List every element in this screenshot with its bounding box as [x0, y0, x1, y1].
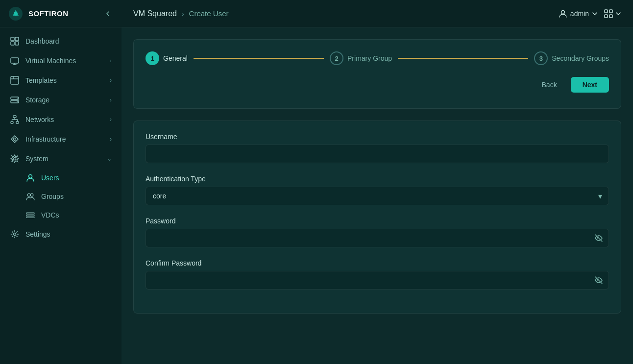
- templates-icon: [10, 75, 20, 85]
- svg-point-11: [17, 101, 18, 102]
- auth-type-label: Authentication Type: [146, 175, 609, 183]
- svg-rect-6: [11, 58, 19, 63]
- username-input[interactable]: [146, 145, 609, 163]
- sidebar-nav: Dashboard Virtual Machines ›: [0, 27, 122, 364]
- confirm-password-label: Confirm Password: [146, 259, 609, 267]
- networks-icon: [10, 115, 20, 124]
- logo-icon: [8, 6, 24, 22]
- logo-area: SOFTIRON: [0, 0, 122, 27]
- main-content: VM Squared › Create User admin: [122, 0, 633, 364]
- stepper: 1 General 2 Primary Group 3 Secondary: [146, 51, 609, 65]
- dashboard-icon: [10, 36, 20, 46]
- step-3-circle: 3: [534, 51, 548, 65]
- confirm-eye-slash-icon: [594, 276, 603, 285]
- sidebar-item-storage[interactable]: Storage ›: [0, 90, 122, 110]
- next-button[interactable]: Next: [571, 77, 609, 93]
- vm-chevron-icon: ›: [110, 57, 112, 64]
- sidebar-item-vdcs[interactable]: VDCs: [0, 206, 122, 224]
- sidebar-item-groups[interactable]: Groups: [0, 187, 122, 206]
- svg-rect-20: [26, 213, 34, 214]
- step-1-label: General: [163, 54, 188, 62]
- infrastructure-icon: [10, 134, 20, 144]
- auth-type-select-wrapper: core public ssh x509 ▾: [146, 187, 609, 205]
- svg-point-19: [30, 194, 33, 196]
- svg-rect-5: [15, 42, 19, 45]
- vdcs-icon: [25, 210, 35, 220]
- topbar: VM Squared › Create User admin: [122, 0, 633, 27]
- networks-chevron-icon: ›: [110, 116, 112, 123]
- settings-icon: [10, 229, 20, 239]
- collapse-sidebar-button[interactable]: [102, 8, 114, 20]
- sidebar-item-vdcs-label: VDCs: [41, 211, 59, 219]
- storage-icon: [10, 95, 20, 105]
- password-group: Password: [146, 217, 609, 247]
- step-2-circle: 2: [330, 51, 343, 65]
- step-line-2-3: [398, 58, 528, 59]
- auth-type-group: Authentication Type core public ssh x509…: [146, 175, 609, 205]
- breadcrumb-separator: ›: [182, 10, 184, 18]
- svg-rect-26: [609, 10, 612, 13]
- sidebar-item-dashboard[interactable]: Dashboard: [0, 31, 122, 51]
- username-label: Username: [146, 133, 609, 141]
- sidebar-item-virtual-machines[interactable]: Virtual Machines ›: [0, 51, 122, 71]
- auth-type-select[interactable]: core public ssh x509: [146, 187, 609, 205]
- logo-text: SOFTIRON: [28, 9, 69, 18]
- sidebar-item-infrastructure[interactable]: Infrastructure ›: [0, 129, 122, 149]
- sidebar-item-groups-label: Groups: [41, 193, 64, 200]
- password-input[interactable]: [146, 229, 609, 247]
- svg-point-1: [14, 12, 18, 16]
- confirm-password-group: Confirm Password: [146, 259, 609, 290]
- svg-rect-21: [26, 215, 34, 216]
- templates-chevron-icon: ›: [110, 77, 112, 84]
- sidebar: SOFTIRON Dashboard: [0, 0, 122, 364]
- back-button[interactable]: Back: [534, 77, 565, 93]
- admin-user-icon: [559, 9, 567, 18]
- sidebar-item-users[interactable]: Users: [0, 169, 122, 187]
- sidebar-item-system-label: System: [25, 155, 101, 163]
- wizard-card: 1 General 2 Primary Group 3 Secondary: [133, 39, 621, 109]
- password-label: Password: [146, 217, 609, 225]
- system-icon: [10, 154, 20, 164]
- admin-button[interactable]: admin: [559, 9, 598, 18]
- sidebar-item-settings-label: Settings: [25, 230, 112, 238]
- svg-rect-14: [16, 121, 19, 123]
- sidebar-item-system[interactable]: System ⌄: [0, 149, 122, 169]
- form-section: Username Authentication Type core public…: [133, 121, 621, 314]
- users-icon: [25, 173, 35, 183]
- grid-view-button[interactable]: [604, 9, 621, 19]
- sidebar-item-storage-label: Storage: [25, 96, 104, 104]
- breadcrumb-app: VM Squared: [133, 9, 177, 18]
- vm-icon: [10, 56, 20, 66]
- confirm-password-input[interactable]: [146, 271, 609, 290]
- infrastructure-chevron-icon: ›: [110, 136, 112, 143]
- password-toggle-button[interactable]: [594, 234, 603, 243]
- svg-rect-25: [605, 10, 608, 13]
- sidebar-item-templates[interactable]: Templates ›: [0, 71, 122, 90]
- password-wrapper: [146, 229, 609, 247]
- svg-rect-12: [13, 116, 16, 118]
- eye-slash-icon: [594, 234, 603, 243]
- admin-label: admin: [570, 10, 589, 18]
- svg-point-15: [14, 138, 16, 141]
- grid-icon: [604, 9, 613, 19]
- svg-rect-22: [26, 217, 34, 218]
- breadcrumb-page: Create User: [189, 9, 229, 18]
- sidebar-item-networks[interactable]: Networks ›: [0, 110, 122, 129]
- svg-rect-28: [609, 15, 612, 18]
- username-group: Username: [146, 133, 609, 163]
- groups-icon: [25, 192, 35, 201]
- sidebar-item-vm-label: Virtual Machines: [25, 57, 104, 65]
- confirm-password-toggle-button[interactable]: [594, 276, 603, 285]
- svg-point-16: [14, 158, 16, 160]
- svg-rect-7: [11, 76, 19, 84]
- svg-point-23: [14, 233, 16, 236]
- svg-point-18: [27, 194, 30, 196]
- svg-point-24: [561, 10, 564, 14]
- sidebar-item-dashboard-label: Dashboard: [25, 37, 112, 45]
- sidebar-item-settings[interactable]: Settings: [0, 224, 122, 244]
- topbar-right: admin: [559, 9, 621, 19]
- sidebar-item-networks-label: Networks: [25, 116, 104, 123]
- step-1-circle: 1: [146, 51, 159, 65]
- step-2-label: Primary Group: [347, 54, 392, 62]
- confirm-password-wrapper: [146, 271, 609, 290]
